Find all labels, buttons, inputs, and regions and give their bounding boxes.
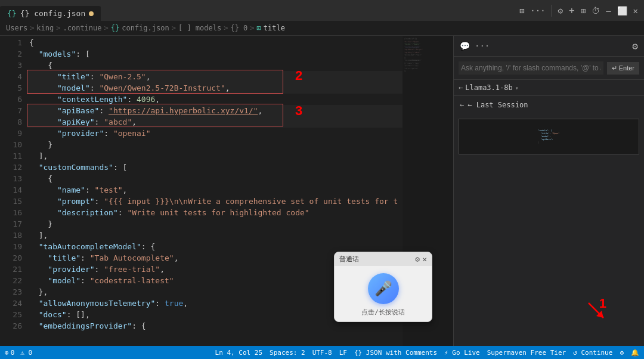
breadcrumb-title[interactable]: title xyxy=(264,24,285,32)
tab-filename: {} config.json xyxy=(20,9,86,18)
code-line-3: { xyxy=(27,60,402,71)
back-icon[interactable]: ← xyxy=(459,83,463,92)
breadcrumb-configjson[interactable]: config.json xyxy=(122,24,169,32)
voice-widget-controls: ⚙ ✕ xyxy=(415,255,427,264)
sep6: > xyxy=(250,24,254,32)
model-name[interactable]: Llama3.1-8b xyxy=(465,83,512,92)
code-line-19: "tabAutocompleteModel": { xyxy=(27,241,402,252)
minimap-content: {"models":[{ "title":"Qwen" "model":"Qwe… xyxy=(402,36,453,75)
code-line-10: } xyxy=(27,139,402,150)
breadcrumb-king[interactable]: king xyxy=(36,24,54,32)
line-ending[interactable]: LF xyxy=(339,349,347,357)
code-line-14: "name": "test", xyxy=(27,184,402,196)
voice-widget[interactable]: 普通话 ⚙ ✕ 🎤 点击/长按说话 xyxy=(334,252,432,322)
voice-close-icon[interactable]: ✕ xyxy=(422,255,427,264)
status-bar: ⊗ ⊗ 0 0 ⚠ 0 Ln 4, Col 25 Spaces: 2 UTF-8… xyxy=(0,346,644,359)
sep1: > xyxy=(30,24,34,32)
breadcrumb-continue[interactable]: .continue xyxy=(63,24,102,32)
model-selector[interactable]: ← Llama3.1-8b ▾ xyxy=(454,80,644,96)
chevron-down-icon[interactable]: ▾ xyxy=(515,85,519,91)
code-line-16: "description": "Write unit tests for hig… xyxy=(27,207,402,218)
code-line-7: "apiBase": "https://api.hyperbolic.xyz/v… xyxy=(27,105,402,116)
mic-button[interactable]: 🎤 xyxy=(368,273,399,304)
ai-chat-input[interactable] xyxy=(459,61,603,75)
voice-hint: 点击/长按说话 xyxy=(361,308,405,317)
voice-settings-icon[interactable]: ⚙ xyxy=(415,255,420,264)
code-line-18: ], xyxy=(27,230,402,241)
last-session-label[interactable]: ← Last Session xyxy=(467,101,528,109)
chat-icon: 💬 xyxy=(460,41,470,51)
close-btn[interactable]: ✕ xyxy=(633,6,638,16)
breadcrumb-json-icon: {} xyxy=(111,24,119,32)
code-thumbnail: "models": [ "title": "Qwen" "model": "ap… xyxy=(459,119,639,154)
go-live-btn[interactable]: ⚡ Go Live xyxy=(444,349,480,357)
breadcrumb-models[interactable]: [ ] models xyxy=(178,24,221,32)
mic-icon: 🎤 xyxy=(374,280,392,297)
back-arrow-icon: ← xyxy=(460,101,464,109)
tabs-area: {} {} config.json xyxy=(0,0,519,21)
settings-icon[interactable]: ⚙ xyxy=(558,6,563,16)
ai-input-area[interactable]: ↵ Enter xyxy=(454,57,644,80)
voice-widget-body: 🎤 点击/长按说话 xyxy=(335,266,432,321)
code-line-13: { xyxy=(27,173,402,184)
ai-panel-toolbar: 💬 ··· ⚙ xyxy=(454,36,644,57)
annotation-label-2: 2 xyxy=(295,70,302,81)
sep4: > xyxy=(172,24,176,32)
config-json-tab[interactable]: {} {} config.json xyxy=(0,6,101,21)
top-bar: {} {} config.json ⊞ ··· ⚙ + ⊞ ⏱ — ⬜ ✕ xyxy=(0,0,644,21)
layout2-icon[interactable]: ⊞ xyxy=(581,6,586,16)
spaces[interactable]: Spaces: 2 xyxy=(270,349,305,357)
code-line-12: "customCommands": [ xyxy=(27,162,402,173)
settings-gear-icon[interactable]: ⚙ xyxy=(632,41,638,52)
voice-widget-header: 普通话 ⚙ ✕ xyxy=(335,252,432,266)
encoding[interactable]: UTF-8 xyxy=(312,349,332,357)
code-line-1: { xyxy=(27,37,402,48)
warning-count[interactable]: ⚠ 0 xyxy=(20,349,32,357)
sep3: > xyxy=(104,24,109,32)
more-options-icon[interactable]: ··· xyxy=(475,41,490,51)
json-icon: {} xyxy=(7,9,17,18)
code-line-15: "prompt": "{{{ input }}}\n\nWrite a comp… xyxy=(27,196,402,207)
code-line-2: "models": [ xyxy=(27,48,402,60)
tab-modified-dot xyxy=(89,11,94,16)
status-left: ⊗ ⊗ 0 0 ⚠ 0 xyxy=(5,349,32,357)
ai-panel: 💬 ··· ⚙ ↵ Enter ← Llama3.1-8b ▾ ← ← Last… xyxy=(453,36,644,346)
window-controls: ⊞ ··· ⚙ + ⊞ ⏱ — ⬜ ✕ xyxy=(519,5,638,17)
line-col[interactable]: Ln 4, Col 25 xyxy=(215,349,262,357)
status-right: Ln 4, Col 25 Spaces: 2 UTF-8 LF {} JSON … xyxy=(215,349,639,357)
code-line-5: "model": "Qwen/Qwen2.5-72B-Instruct", xyxy=(27,82,402,94)
annotation-label-3: 3 xyxy=(295,105,302,116)
breadcrumb-0[interactable]: {} 0 xyxy=(230,24,247,32)
code-line-11: ], xyxy=(27,150,402,162)
code-line-6: "contextLength": 4096, xyxy=(27,94,402,105)
enter-button[interactable]: ↵ Enter xyxy=(607,62,639,75)
last-session-item[interactable]: ← ← Last Session xyxy=(454,96,644,114)
line-numbers: 1 2 3 4 5 6 7 8 9 10 11 12 13 14 15 16 1… xyxy=(0,36,27,346)
breadcrumb: Users > king > .continue > {} config.jso… xyxy=(0,21,644,36)
code-line-8: "apiKey": "abcd", xyxy=(27,116,402,128)
error-count[interactable]: ⊗ ⊗ 0 0 xyxy=(5,349,14,357)
divider xyxy=(552,5,552,17)
code-line-4: "title": "Qwen-2.5", xyxy=(27,71,402,82)
supermaven-label[interactable]: Supermaven Free Tier xyxy=(487,349,566,357)
language-mode[interactable]: {} JSON with Comments xyxy=(354,349,437,357)
history-icon[interactable]: ⏱ xyxy=(592,6,600,16)
sep5: > xyxy=(224,24,228,32)
error-icon: ⊗ xyxy=(5,349,9,357)
enter-label: ↵ Enter xyxy=(612,64,634,72)
settings-status-icon[interactable]: ⚙ xyxy=(620,349,624,357)
breadcrumb-users[interactable]: Users xyxy=(6,24,27,32)
more-icon[interactable]: ··· xyxy=(530,6,545,16)
continue-btn[interactable]: ↺ Continue xyxy=(573,349,612,357)
code-line-17: } xyxy=(27,218,402,230)
sep2: > xyxy=(56,24,60,32)
code-line-9: "provider": "openai" xyxy=(27,128,402,139)
add-icon[interactable]: + xyxy=(569,5,575,16)
breadcrumb-title-icon: ⊡ xyxy=(257,24,261,32)
layout-icon[interactable]: ⊞ xyxy=(519,6,524,16)
voice-widget-title: 普通话 xyxy=(339,255,413,264)
maximize-btn[interactable]: ⬜ xyxy=(617,6,627,16)
minimize-btn[interactable]: — xyxy=(606,6,611,16)
notification-icon[interactable]: 🔔 xyxy=(631,349,639,357)
main-content: 1 2 3 4 5 6 7 8 9 10 11 12 13 14 15 16 1… xyxy=(0,36,644,346)
